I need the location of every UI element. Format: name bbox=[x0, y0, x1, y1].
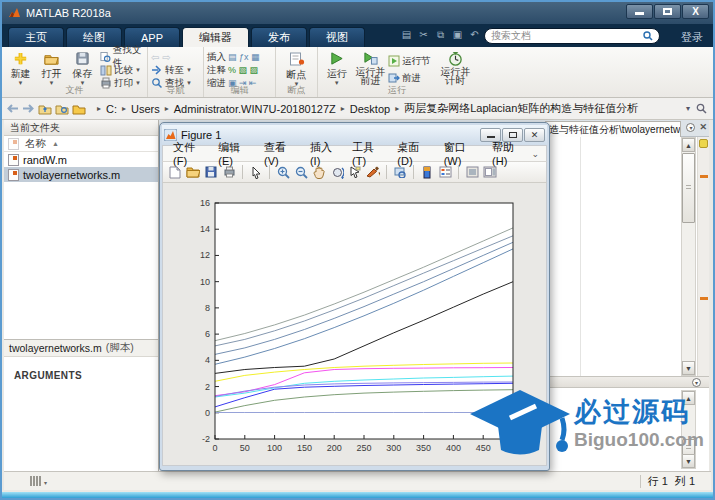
run-advance-button[interactable]: 运行并 前进 bbox=[353, 49, 389, 85]
svg-text:-2: -2 bbox=[202, 434, 210, 444]
figure-restore-button[interactable] bbox=[502, 128, 523, 142]
browse-folder-icon[interactable] bbox=[55, 103, 69, 115]
menu-edit[interactable]: 编辑(E) bbox=[211, 140, 257, 167]
print-figure-icon[interactable] bbox=[221, 164, 237, 180]
close-document-icon[interactable]: ✕ bbox=[699, 122, 707, 132]
breadcrumb-item-desktop[interactable]: Desktop bbox=[350, 103, 390, 115]
tab-editor[interactable]: 编辑器 bbox=[182, 27, 249, 47]
save-icon bbox=[74, 51, 91, 66]
paste-icon[interactable]: ▣ bbox=[451, 28, 464, 41]
watermark: 必过源码 Biguo100.com bbox=[470, 384, 700, 474]
comment-button[interactable]: 注释 % ▧ ▨ bbox=[207, 64, 272, 76]
save-button[interactable]: 保存▼ bbox=[67, 49, 98, 85]
breakpoints-button[interactable]: 断点▼ bbox=[279, 49, 314, 86]
goto-button[interactable]: 转至▼ bbox=[151, 64, 200, 76]
open-file-icon[interactable] bbox=[185, 164, 201, 180]
new-figure-icon[interactable] bbox=[167, 164, 183, 180]
comment-icons: % ▧ ▨ bbox=[228, 65, 258, 75]
menu-insert[interactable]: 插入(I) bbox=[303, 140, 345, 167]
advance-button[interactable]: 前进 bbox=[388, 72, 437, 84]
figure-close-button[interactable]: ✕ bbox=[524, 128, 545, 142]
copy-icon[interactable]: ⧉ bbox=[434, 28, 447, 41]
menu-file[interactable]: 文件(F) bbox=[166, 140, 211, 167]
menu-tools[interactable]: 工具(T) bbox=[345, 140, 390, 167]
search-placeholder: 搜索文档 bbox=[491, 29, 643, 43]
run-time-icon bbox=[447, 51, 464, 66]
zoom-in-icon[interactable] bbox=[275, 164, 291, 180]
breadcrumb-dropdown-icon[interactable]: ▾ bbox=[686, 104, 690, 113]
name-column-header[interactable]: 名称 ▲ bbox=[4, 136, 158, 152]
svg-text:300: 300 bbox=[386, 443, 401, 453]
svg-text:50: 50 bbox=[240, 443, 250, 453]
run-section-button[interactable]: 运行节 bbox=[388, 55, 437, 67]
insert-legend-icon[interactable] bbox=[437, 164, 453, 180]
scroll-up-icon[interactable]: ▲ bbox=[682, 138, 695, 152]
save-icon[interactable]: ▤ bbox=[400, 28, 413, 41]
insert-button[interactable]: 插入 ▤ ƒx ▦ bbox=[207, 51, 272, 63]
run-section-icon bbox=[388, 55, 400, 67]
folder-search-icon[interactable] bbox=[696, 103, 707, 114]
run-button[interactable]: 运行▼ bbox=[321, 49, 353, 85]
new-button[interactable]: 新建▼ bbox=[5, 49, 36, 85]
figure-minimize-button[interactable] bbox=[480, 128, 501, 142]
nav-arrows[interactable]: ⇦ ⇨ bbox=[151, 51, 200, 63]
insert-colorbar-icon[interactable] bbox=[419, 164, 435, 180]
doc-search-box[interactable]: 搜索文档 bbox=[484, 28, 660, 44]
save-figure-icon[interactable] bbox=[203, 164, 219, 180]
editor-scroll-thumb[interactable] bbox=[682, 153, 695, 223]
minimize-button[interactable] bbox=[626, 4, 653, 19]
editor-scrollbar[interactable]: ▲ ▼ bbox=[681, 137, 696, 376]
close-button[interactable]: X bbox=[682, 4, 709, 19]
rotate-3d-icon[interactable] bbox=[329, 164, 345, 180]
back-arrow-icon[interactable] bbox=[6, 103, 19, 114]
tab-publish[interactable]: 发布 bbox=[251, 27, 307, 47]
tab-home[interactable]: 主页 bbox=[8, 27, 64, 47]
file-details-body: ARGUMENTS bbox=[4, 357, 158, 471]
svg-text:10: 10 bbox=[200, 277, 210, 287]
file-row-randw[interactable]: randW.m bbox=[4, 152, 158, 167]
brush-icon[interactable]: ▾ bbox=[365, 164, 381, 180]
scroll-down-icon[interactable]: ▼ bbox=[682, 361, 695, 375]
find-files-button[interactable]: 查找文件 bbox=[100, 51, 147, 63]
data-cursor-icon[interactable] bbox=[347, 164, 363, 180]
menubar-overflow-icon[interactable]: ⌄ bbox=[531, 149, 543, 159]
file-row-twolayernetworks[interactable]: twolayernetworks.m bbox=[4, 167, 158, 182]
tab-list-dropdown-icon[interactable]: ▾ bbox=[686, 123, 695, 132]
svg-text:6: 6 bbox=[205, 329, 210, 339]
link-plot-icon[interactable] bbox=[392, 164, 408, 180]
menu-view[interactable]: 查看(V) bbox=[257, 140, 303, 167]
undo-icon[interactable]: ↶ bbox=[468, 28, 481, 41]
busy-indicator-icon[interactable]: ▾ bbox=[30, 476, 47, 486]
zoom-out-icon[interactable] bbox=[293, 164, 309, 180]
open-button[interactable]: 打开▼ bbox=[36, 49, 67, 85]
breadcrumb-item-drive[interactable]: C: bbox=[106, 103, 117, 115]
pan-icon[interactable] bbox=[311, 164, 327, 180]
current-folder-title[interactable]: 当前文件夹 bbox=[4, 120, 158, 136]
hide-plot-tools-icon[interactable] bbox=[464, 164, 480, 180]
svg-text:4: 4 bbox=[205, 355, 210, 365]
ribbon-tab-row: 主页 绘图 APP 编辑器 发布 视图 ▤ ✂ ⧉ ▣ ↶ ↷ ?▾ 搜索文档 … bbox=[2, 24, 713, 47]
breadcrumb-item-users[interactable]: Users bbox=[131, 103, 160, 115]
forward-arrow-icon[interactable] bbox=[22, 103, 35, 114]
breadcrumb-item-admin[interactable]: Administrator.WIN7U-20180127Z bbox=[174, 103, 336, 115]
show-plot-tools-icon[interactable] bbox=[482, 164, 498, 180]
warning-marker-icon[interactable] bbox=[700, 175, 708, 178]
editor-document-tab[interactable]: 造与特征值分析\twolayernetwo... bbox=[545, 121, 681, 137]
menu-help[interactable]: 帮助(H) bbox=[485, 140, 531, 167]
maximize-button[interactable] bbox=[654, 4, 681, 19]
advance-icon bbox=[388, 72, 400, 84]
file-details-header[interactable]: twolayernetworks.m (脚本) bbox=[4, 339, 158, 357]
breadcrumb-item-project[interactable]: 两层复杂网络Laplacian矩阵的构造与特征值分析 bbox=[404, 101, 638, 116]
run-time-button[interactable]: 运行并 计时 bbox=[437, 49, 473, 85]
up-folder-icon[interactable] bbox=[38, 103, 52, 115]
compare-button[interactable]: 比较▼ bbox=[100, 64, 147, 76]
login-link[interactable]: 登录 bbox=[681, 30, 703, 45]
menu-window[interactable]: 窗口(W) bbox=[437, 140, 485, 167]
tab-view[interactable]: 视图 bbox=[309, 27, 365, 47]
edit-plot-icon[interactable] bbox=[248, 164, 264, 180]
warning-marker-icon[interactable] bbox=[700, 297, 708, 300]
svg-text:12: 12 bbox=[200, 250, 210, 260]
code-analyzer-indicator-icon[interactable] bbox=[699, 139, 708, 148]
menu-desktop[interactable]: 桌面(D) bbox=[390, 140, 436, 167]
cut-icon[interactable]: ✂ bbox=[417, 28, 430, 41]
